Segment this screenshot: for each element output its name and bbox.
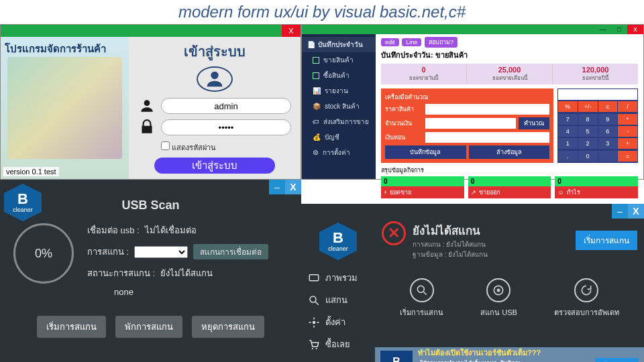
sidebar-item-buy[interactable]: ซื้อสินค้า: [302, 68, 376, 83]
minimize-icon[interactable]: —: [595, 25, 611, 34]
maximize-icon[interactable]: □: [611, 25, 627, 34]
scan-select[interactable]: [134, 246, 188, 258]
close-icon[interactable]: X: [628, 204, 644, 219]
summary-heading: สรุปข้อมูลกิจการ: [381, 166, 638, 175]
pill-line[interactable]: Line: [402, 38, 421, 46]
pos-sidebar: 📄บันทึกประจำวัน ขายสินค้า ซื้อสินค้า 📊 ร…: [302, 34, 376, 179]
calc-button[interactable]: คำนวณ: [519, 117, 549, 129]
login-window: X โปรแกรมจัดการร้านค้า version 0.1 test …: [0, 24, 301, 180]
menu-overview[interactable]: ภาพรวม: [305, 267, 371, 289]
svg-point-5: [313, 320, 316, 324]
version-label: version 0.1 test: [3, 167, 59, 176]
close-icon[interactable]: X: [627, 25, 643, 34]
svg-line-4: [315, 302, 319, 305]
password-input[interactable]: [161, 119, 291, 135]
summary-profit: 0☺กำไร: [555, 176, 638, 198]
sidebar-item-stock[interactable]: 📦 stock สินค้า: [302, 99, 376, 114]
menu-settings[interactable]: ตั้งค่า: [305, 311, 371, 333]
promo-title: ทำไมต้องเปิดใช้งานเวอร์ชันตัวเต็ม???: [418, 347, 590, 359]
promo-banner: BB cleaneranti viras ทำไมต้องเปิดใช้งานเ…: [375, 347, 644, 362]
close-icon[interactable]: X: [285, 180, 301, 194]
error-icon: ✕: [382, 221, 406, 245]
scan-status: ยังไม่ได้สแกน: [160, 266, 213, 280]
calc-panel: เครื่องมือคำนวณ ราคาสินค้า จำนวนเงินคำนว…: [381, 88, 553, 163]
keypad: %+/-c/ 789* 456- 123+ .0=: [557, 88, 638, 163]
conn-status: ไม่ได้เชื่อมต่อ: [145, 223, 197, 237]
save-button[interactable]: บันทึกข้อมูล: [385, 145, 466, 159]
svg-point-8: [417, 286, 424, 292]
sidebar-item-sell[interactable]: ขายสินค้า: [302, 52, 376, 68]
start-scan-button[interactable]: เริ่มการสแกน: [576, 231, 637, 250]
clear-button[interactable]: ล้างข้อมูล: [469, 145, 550, 159]
amount-input[interactable]: [425, 118, 516, 129]
summary-out: 0↗ขายออก: [468, 176, 551, 198]
svg-line-9: [423, 292, 426, 295]
shop-title: โปรแกรมจัดการร้านค้า: [5, 41, 106, 57]
login-illustration-panel: โปรแกรมจัดการร้านค้า version 0.1 test: [1, 37, 129, 179]
show-password-checkbox[interactable]: แสดงรหัสผ่าน: [161, 141, 216, 154]
summary-sales: 0+ยอดขาย: [381, 176, 464, 198]
page-banner: modern form ux/ui by visual basic.net,c#: [0, 0, 644, 24]
pos-window: —□X 📄บันทึกประจำวัน ขายสินค้า ซื้อสินค้า…: [301, 24, 644, 180]
status-line-2: ฐานข้อมูล : ยังไม่ได้สแกน: [413, 249, 488, 259]
user-icon: [138, 97, 156, 115]
cleaner-sidebar: Bcleaner ภาพรวม แสกน ตั้งค่า ซื้อเลย: [301, 219, 375, 362]
sidebar-item-settings[interactable]: ⚙ การตั้งค่า: [302, 145, 376, 160]
login-button[interactable]: เข้าสู่ระบบ: [154, 158, 275, 174]
cleaner-window: –X Bcleaner ภาพรวม แสกน ตั้งค่า ซื้อเลย …: [301, 204, 644, 362]
svg-point-0: [211, 72, 218, 79]
svg-rect-2: [309, 274, 319, 280]
none-label: none: [114, 287, 133, 297]
stats-row: 0ยอดขายวันนี้ 25,000ยอดขายเดือนนี้ 120,0…: [381, 64, 638, 84]
usb-title: USB Scan: [0, 194, 301, 217]
minimize-icon[interactable]: –: [269, 180, 285, 194]
sidebar-item-account[interactable]: 💰 บัญชี: [302, 129, 376, 145]
minimize-icon[interactable]: –: [612, 204, 628, 219]
stop-scan-button[interactable]: หยุดการสแกน: [192, 316, 264, 338]
username-input[interactable]: [161, 98, 291, 114]
svg-point-6: [312, 347, 313, 349]
login-heading: เข้าสู่ระบบ: [184, 41, 246, 62]
scan-conn-button[interactable]: สแกนการเชื่อมต่อ: [193, 244, 268, 259]
pill-ask[interactable]: สอบถาม?: [425, 37, 458, 48]
shop-illustration: [7, 57, 122, 159]
pause-scan-button[interactable]: พักการสแกน: [115, 316, 182, 338]
promo-buy-button[interactable]: ซื้อตัวเต็ม: [595, 358, 639, 362]
keypad-display: [558, 89, 637, 100]
status-heading: ยังไม่ได้สแกน: [413, 221, 488, 239]
progress-circle: 0%: [13, 223, 74, 284]
status-line-1: การสแกน : ยังไม่ได้สแกน: [413, 239, 488, 249]
pill-edit[interactable]: edit: [381, 38, 399, 46]
lock-icon: [138, 119, 156, 136]
promo-box-icon: BB cleaneranti viras: [380, 351, 413, 362]
sidebar-header: 📄บันทึกประจำวัน: [302, 37, 376, 52]
action-update[interactable]: ตรวจสอบการอัพเดท: [554, 278, 619, 318]
login-titlebar: X: [1, 25, 301, 37]
start-scan-button[interactable]: เริ่มการสแกน: [37, 316, 106, 338]
svg-point-7: [316, 347, 317, 349]
action-usb[interactable]: สแกน USB: [480, 278, 517, 318]
pos-title: บันทึกประจำวัน: ขายสินค้า: [381, 49, 638, 61]
sidebar-item-report[interactable]: 📊 รายงาน: [302, 83, 376, 99]
action-scan[interactable]: เริ่มการแสกน: [400, 278, 443, 318]
sidebar-item-promo[interactable]: 🏷 ส่งเสริมการขาย: [302, 114, 376, 129]
svg-point-1: [144, 100, 150, 106]
cleaner-logo: Bcleaner: [319, 223, 357, 260]
pill-row: edit Line สอบถาม?: [381, 37, 638, 48]
change-input[interactable]: [425, 132, 549, 143]
svg-point-11: [497, 289, 500, 292]
close-icon[interactable]: X: [282, 25, 301, 37]
price-input[interactable]: [425, 104, 549, 115]
svg-point-3: [310, 296, 316, 302]
pos-titlebar: —□X: [302, 25, 643, 34]
usb-scan-window: –X Bcleaner USB Scan 0% เชื่อมต่อ usb : …: [0, 180, 301, 362]
menu-scan[interactable]: แสกน: [305, 289, 371, 311]
avatar-icon: [197, 66, 233, 92]
menu-buy[interactable]: ซื้อเลย: [305, 333, 371, 355]
